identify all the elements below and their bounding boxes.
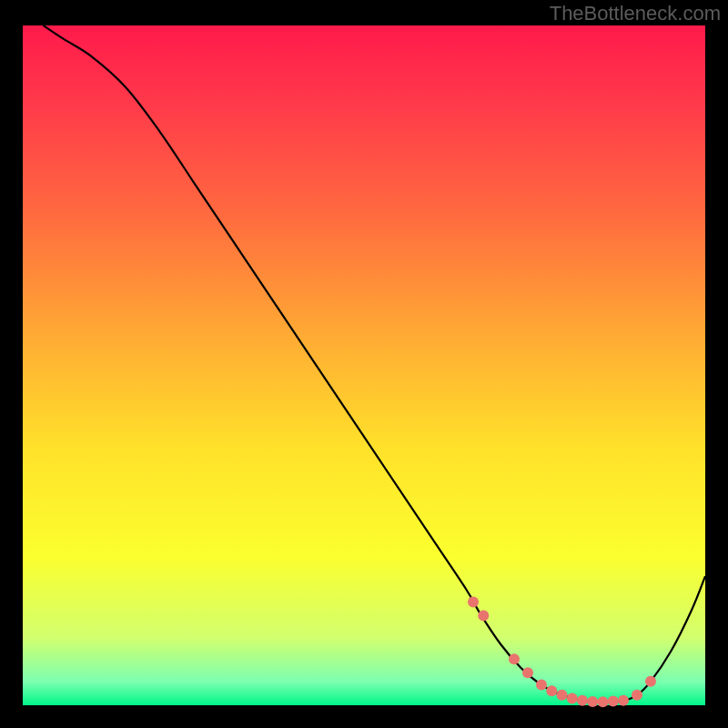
marker-point (468, 596, 479, 607)
marker-point (598, 696, 609, 707)
marker-point (587, 696, 598, 707)
marker-point (618, 695, 629, 706)
chart-canvas (0, 0, 728, 728)
marker-point (632, 690, 642, 701)
chart-frame: TheBottleneck.com (0, 0, 728, 728)
marker-point (509, 653, 520, 664)
marker-point (536, 680, 547, 691)
marker-point (567, 693, 578, 704)
marker-point (645, 676, 656, 687)
marker-point (478, 610, 489, 621)
marker-point (557, 690, 568, 701)
marker-point (522, 667, 533, 678)
marker-point (577, 695, 588, 706)
plot-background (23, 25, 705, 705)
marker-point (608, 696, 619, 707)
watermark-text: TheBottleneck.com (550, 2, 721, 25)
marker-point (546, 685, 557, 696)
